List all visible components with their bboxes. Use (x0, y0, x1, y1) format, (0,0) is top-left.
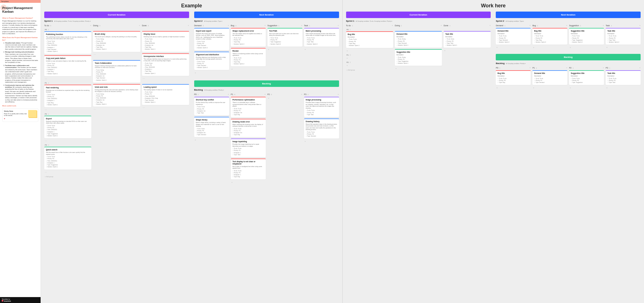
card[interactable]: Loading speedThe loading speed of video … (142, 84, 189, 105)
add-card-button[interactable]: + (569, 46, 604, 50)
add-card-button[interactable]: + (304, 140, 339, 144)
add-card-button[interactable]: + (267, 48, 302, 52)
add-card-button[interactable]: + (603, 67, 604, 69)
card[interactable]: Brush delayThe brush tool is delayed, ca… (93, 31, 140, 52)
card[interactable]: Alignment and distributionProvides align… (194, 52, 229, 70)
card[interactable]: Task titleDescriptionTo-do: To-doPriorit… (606, 70, 641, 85)
card[interactable]: Image processingProvides basic image pro… (304, 97, 339, 117)
add-card-button[interactable]: + (532, 46, 567, 50)
card[interactable]: Image inpaintingProvides the image inpai… (231, 139, 266, 157)
card[interactable]: RenderThere is a rendering problem when … (231, 48, 266, 67)
add-card-button[interactable]: + (338, 93, 339, 96)
add-card-button[interactable]: + (188, 24, 189, 27)
card[interactable]: Bug titleDescriptionTo-do: To-doPriority… (496, 70, 531, 85)
card-tags: To-do: To-doPriority: P0Type: BugIterati… (233, 37, 264, 45)
add-card-button[interactable]: + (566, 24, 567, 27)
card[interactable]: Suggestion titleDescriptionTo-do: To-doP… (569, 28, 604, 45)
card[interactable]: Drawing mode errorWhen switching the dra… (231, 119, 266, 137)
card[interactable]: Task titleDescriptionTo-do: To-doPriorit… (606, 28, 641, 45)
card[interactable]: Publishing functionThe publishing functi… (44, 31, 91, 54)
card[interactable]: Copy and paste failureUnable to copy and… (44, 55, 91, 76)
add-card-button[interactable]: + (194, 71, 229, 75)
add-card-button[interactable]: + (496, 46, 531, 50)
add-card-button[interactable]: + (267, 97, 302, 101)
card-menu[interactable]: ⋯ (142, 77, 189, 81)
card[interactable]: ExportSupports exporting drawings as sta… (44, 116, 91, 138)
card[interactable]: Shortcut key conflictFix the shortcut ke… (194, 97, 229, 115)
sprint1-meta[interactable]: Grouping condition: To-do; Grouping cond… (54, 20, 91, 22)
card-menu[interactable]: ⋯ (44, 171, 91, 175)
card[interactable]: Bug titleDescriptionTo-do: To-doPriority… (532, 28, 567, 45)
sprint2-meta[interactable]: Grouping condition: Type ▾ (204, 20, 222, 22)
card-menu[interactable]: ⋯ (93, 108, 140, 112)
card[interactable]: Demand titleDescriptionTo-do: To-doPrior… (532, 70, 567, 85)
card-menu[interactable]: ⋯ (44, 109, 91, 112)
card-menu[interactable]: ⋯ (44, 78, 91, 81)
card[interactable]: Suggestion titleDescriptionTo-do: DoingP… (395, 49, 442, 66)
card[interactable]: Shape libraryBuilt-in shape library, inc… (194, 117, 229, 137)
add-card-button[interactable]: + (194, 139, 229, 142)
card[interactable]: Shape replacement errorThe new shape can… (231, 28, 266, 47)
add-card-button[interactable]: + (228, 93, 229, 96)
add-card-button[interactable]: + (392, 24, 393, 27)
card-menu[interactable]: ⋯ (44, 140, 91, 143)
add-card-button[interactable]: + (346, 57, 393, 61)
add-card-button[interactable]: + (532, 86, 567, 90)
add-group-button[interactable]: Add group (346, 68, 393, 72)
add-card-button[interactable]: + (496, 86, 531, 90)
card-tag: Iteration: Sprint 1 (46, 135, 90, 137)
add-group-button[interactable]: Add group (44, 175, 91, 179)
card[interactable]: Task titleDescriptionTo-do: DonePriority… (444, 31, 491, 48)
add-card-button[interactable]: + (264, 24, 266, 27)
card-menu[interactable]: ⋯ (142, 106, 189, 110)
add-card-button[interactable]: + (444, 49, 491, 53)
add-card-button[interactable]: + (441, 24, 442, 27)
add-card-button[interactable]: + (530, 67, 531, 69)
card[interactable]: Demand titleDescriptionTo-do: DoingPrior… (395, 31, 442, 48)
card[interactable]: Fast renderingDrawings are not rendered … (44, 85, 91, 107)
add-card-button[interactable]: + (264, 93, 266, 96)
backlog-meta[interactable]: Grouping condition: Priority ▾ (204, 89, 224, 91)
card[interactable]: Undo and redoDuring performing the undo … (93, 84, 140, 107)
add-card-button[interactable]: + (228, 24, 229, 27)
add-card-button[interactable]: + (395, 67, 442, 71)
add-card-button[interactable]: + (139, 24, 140, 27)
add-card-button[interactable]: + (639, 24, 641, 27)
add-card-button[interactable]: + (566, 67, 567, 69)
card-tag: To-do: Doing (95, 93, 138, 95)
task-label: Task (304, 25, 308, 27)
add-card-button[interactable]: + (639, 67, 641, 69)
add-card-button[interactable]: + (606, 86, 641, 90)
card[interactable]: Unresponsive interfaceThe software inter… (142, 53, 189, 76)
add-card-button[interactable]: + (490, 24, 491, 27)
add-card-button[interactable]: + (346, 64, 393, 68)
card[interactable]: Drawing historyRecord the operation step… (304, 118, 339, 139)
add-card-button[interactable]: + (304, 48, 339, 52)
card-tag: To-do: To-do (607, 35, 639, 37)
card[interactable]: Performance optimizationThere is a notic… (231, 97, 266, 117)
add-card-button[interactable]: + (301, 24, 302, 27)
add-card-button[interactable]: + (231, 68, 266, 72)
card[interactable]: Batch processingAdd a batch-processing f… (304, 28, 339, 47)
canvas[interactable]: Example Current Iteration Sprint 1 Group… (41, 0, 644, 303)
card[interactable]: Suggestion titleDescriptionTo-do: To-doP… (569, 70, 604, 85)
add-card-button[interactable]: + (90, 24, 92, 27)
add-card-button[interactable]: + (603, 24, 604, 27)
add-card-button[interactable]: + (231, 181, 266, 185)
card[interactable]: Bug titleDescriptionTo-do: To-doPriority… (346, 31, 393, 48)
card[interactable]: Text PathAdd a text-path tool so that us… (267, 28, 302, 47)
add-card-button[interactable]: + (338, 24, 339, 27)
add-card-button[interactable]: + (606, 46, 641, 50)
card[interactable]: Text display is not clear or misplacedNo… (231, 159, 266, 179)
card[interactable]: Team CollaborationSupport sharing drawin… (93, 60, 140, 83)
add-card-button[interactable]: + (301, 93, 302, 96)
card[interactable]: Demand titleDescriptionTo-do: To-doPrior… (496, 28, 531, 45)
card[interactable]: Display issueDrawing tools are too small… (142, 31, 189, 52)
sticky-note-tool[interactable]: Sticky Note Press 'N' to quickly add a s… (2, 108, 38, 122)
add-card-button[interactable]: + (569, 86, 604, 90)
card[interactable]: Quick searchAdd the search box or filter… (44, 147, 91, 169)
add-card-button[interactable]: + (346, 49, 393, 53)
card-menu[interactable]: ⋯ (93, 53, 140, 57)
card[interactable]: Import and exportSupports the import and… (194, 28, 229, 50)
add-card-button[interactable]: + (530, 24, 531, 27)
